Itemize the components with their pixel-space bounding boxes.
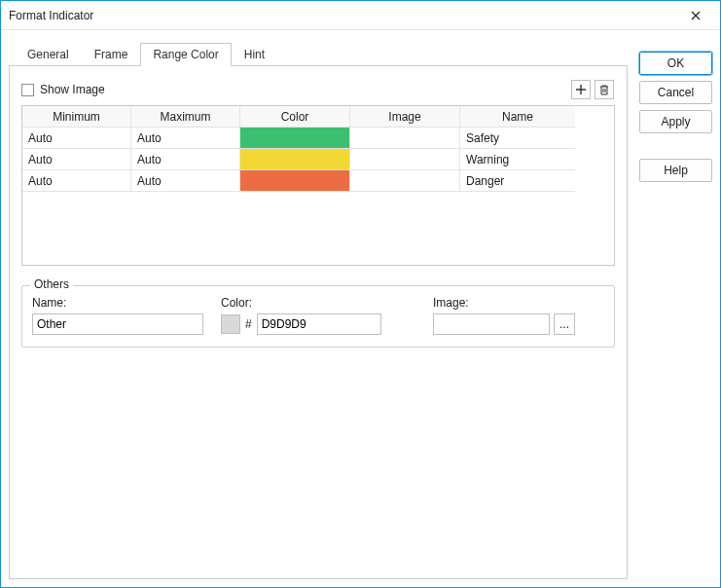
- others-image-input[interactable]: [433, 313, 550, 335]
- tab-frame[interactable]: Frame: [82, 43, 141, 66]
- ellipsis-icon: ...: [559, 317, 569, 331]
- others-name-label: Name:: [32, 296, 203, 310]
- others-color-line: #: [221, 313, 415, 335]
- ok-button[interactable]: OK: [639, 52, 712, 75]
- others-image-label: Image:: [433, 296, 604, 310]
- cell-minimum[interactable]: Auto: [22, 149, 131, 170]
- others-name-col: Name:: [32, 296, 203, 335]
- tab-range-color[interactable]: Range Color: [140, 43, 231, 66]
- row-color-swatch: [240, 128, 349, 148]
- col-color: Color: [240, 106, 350, 128]
- others-color-input[interactable]: [257, 313, 381, 335]
- cell-maximum[interactable]: Auto: [131, 170, 240, 192]
- tab-hint[interactable]: Hint: [232, 43, 277, 66]
- cell-maximum[interactable]: Auto: [131, 128, 240, 149]
- toolbar-row: Show Image: [21, 80, 615, 99]
- cell-name[interactable]: Danger: [460, 170, 575, 192]
- cell-name[interactable]: Safety: [460, 128, 575, 149]
- tab-general[interactable]: General: [15, 43, 82, 66]
- trash-icon: [598, 84, 610, 95]
- cancel-button[interactable]: Cancel: [639, 81, 712, 104]
- cell-image[interactable]: [350, 170, 460, 192]
- cell-color[interactable]: [240, 128, 350, 149]
- row-color-swatch: [240, 170, 349, 191]
- plus-icon: [575, 84, 587, 95]
- window-title: Format Indicator: [9, 9, 93, 22]
- client-area: General Frame Range Color Hint Show Imag…: [1, 30, 720, 587]
- others-legend: Others: [30, 277, 73, 291]
- others-color-swatch[interactable]: [221, 314, 240, 334]
- apply-button[interactable]: Apply: [639, 110, 712, 133]
- others-name-input[interactable]: [32, 313, 203, 335]
- col-name: Name: [460, 106, 575, 128]
- others-color-col: Color: #: [221, 296, 415, 335]
- others-color-label: Color:: [221, 296, 415, 310]
- cell-color[interactable]: [240, 170, 350, 192]
- checkbox-box: [21, 84, 34, 96]
- add-row-button[interactable]: [571, 80, 591, 99]
- cell-image[interactable]: [350, 128, 460, 149]
- row-color-swatch: [240, 149, 349, 169]
- table-row[interactable]: AutoAutoWarning: [22, 149, 614, 170]
- dialog-buttons: OK Cancel Apply Help: [639, 36, 712, 579]
- others-group: Others Name: Color: #: [21, 285, 615, 348]
- table-row[interactable]: AutoAutoSafety: [22, 128, 614, 149]
- close-button[interactable]: [679, 5, 712, 26]
- grid-header: Minimum Maximum Color Image Name: [22, 106, 614, 128]
- format-indicator-window: Format Indicator General Frame Range Col…: [0, 0, 721, 588]
- others-image-browse-button[interactable]: ...: [554, 313, 575, 335]
- others-image-col: Image: ...: [433, 296, 604, 335]
- others-row: Name: Color: # Image:: [32, 296, 604, 335]
- col-maximum: Maximum: [131, 106, 240, 128]
- grid-toolbar: [571, 80, 614, 99]
- show-image-checkbox[interactable]: Show Image: [21, 83, 105, 96]
- delete-row-button[interactable]: [595, 80, 614, 99]
- titlebar: Format Indicator: [1, 1, 720, 30]
- col-minimum: Minimum: [22, 106, 131, 128]
- close-icon: [691, 11, 701, 20]
- cell-minimum[interactable]: Auto: [22, 170, 131, 192]
- grid-body: AutoAutoSafetyAutoAutoWarningAutoAutoDan…: [22, 128, 614, 192]
- tab-panel-range-color: Show Image: [9, 66, 628, 579]
- cell-minimum[interactable]: Auto: [22, 128, 131, 149]
- hash-symbol: #: [245, 317, 252, 331]
- tab-strip: General Frame Range Color Hint: [9, 40, 628, 66]
- cell-maximum[interactable]: Auto: [131, 149, 240, 170]
- cell-color[interactable]: [240, 149, 350, 170]
- show-image-label: Show Image: [40, 83, 105, 96]
- main-area: General Frame Range Color Hint Show Imag…: [9, 36, 628, 579]
- others-image-row: ...: [433, 313, 604, 335]
- help-button[interactable]: Help: [639, 159, 712, 182]
- table-row[interactable]: AutoAutoDanger: [22, 170, 614, 192]
- ranges-grid[interactable]: Minimum Maximum Color Image Name AutoAut…: [21, 105, 615, 266]
- cell-name[interactable]: Warning: [460, 149, 575, 170]
- col-image: Image: [350, 106, 460, 128]
- cell-image[interactable]: [350, 149, 460, 170]
